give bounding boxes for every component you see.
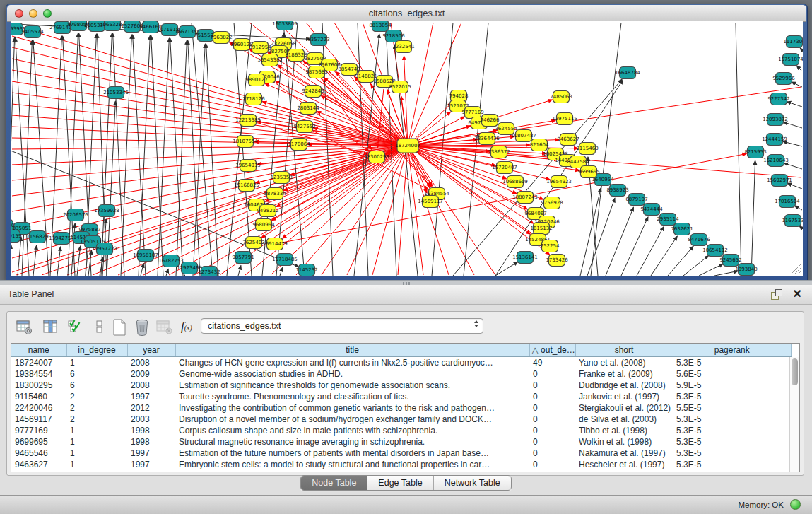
table-cell[interactable]: Yano et al. (2008) [575, 357, 673, 369]
table-cell[interactable]: 0 [529, 368, 575, 380]
table-cell[interactable]: 9699695 [11, 436, 66, 448]
graph-node[interactable]: 7485063 [550, 91, 572, 103]
table-cell[interactable]: Jankovic et al. (1997) [575, 391, 673, 402]
graph-node[interactable]: 9756928 [541, 197, 563, 209]
table-row[interactable]: 977716911998Corpus callosum shape and si… [11, 425, 792, 436]
table-row[interactable]: 1830029562008Estimation of significance … [11, 380, 792, 391]
table-cell[interactable]: 6 [66, 368, 127, 380]
table-row[interactable]: 2242004622012Investigating the contribut… [11, 402, 792, 414]
graph-node[interactable]: 7625402 [242, 237, 264, 249]
graph-node[interactable]: 10688609 [502, 176, 528, 188]
graph-node[interactable]: 1156829 [26, 231, 48, 243]
table-cell[interactable]: 5.3E-5 [673, 357, 792, 369]
table-cell[interactable]: 49 [529, 357, 575, 369]
table-cell[interactable]: Estimation of the future numbers of pati… [175, 448, 529, 459]
table-cell[interactable]: 22420046 [11, 402, 66, 414]
table-cell[interactable]: 1 [66, 425, 127, 436]
table-cell[interactable]: Embryonic stem cells: a model to study s… [175, 459, 529, 470]
table-cell[interactable]: 0 [529, 414, 575, 425]
graph-node[interactable]: 746266 [481, 115, 500, 127]
column-header-pagerank[interactable]: pagerank [673, 344, 792, 357]
new-file-icon[interactable] [110, 318, 129, 337]
select-all-icon[interactable] [66, 318, 85, 337]
table-row[interactable]: 946362711997Embryonic stem cells: a mode… [11, 459, 792, 470]
table-cell[interactable]: 0 [529, 448, 575, 459]
graph-node[interactable]: 1117304 [783, 36, 803, 48]
function-builder-icon[interactable]: f(x) [181, 320, 199, 338]
graph-node[interactable]: 7386372 [488, 146, 510, 158]
table-cell[interactable]: 5.3E-5 [673, 448, 792, 459]
table-cell[interactable]: Nakamura et al. (1997) [575, 448, 673, 459]
table-cell[interactable]: 2012 [127, 402, 175, 414]
delete-table-icon[interactable] [155, 318, 174, 337]
table-cell[interactable]: Wolkin et al. (1998) [575, 436, 673, 448]
close-panel-icon[interactable]: ✕ [793, 287, 802, 300]
graph-node[interactable]: 1232541 [392, 41, 414, 53]
graph-node[interactable]: 252254 [541, 240, 560, 252]
graph-node[interactable]: 1167533 [782, 215, 803, 227]
table-cell[interactable]: 5.5E-5 [673, 402, 792, 414]
graph-node[interactable]: 12093872 [763, 114, 788, 126]
graph-node[interactable]: 16914479 [262, 238, 288, 250]
graph-node[interactable]: 9405574 [21, 26, 44, 38]
table-cell[interactable]: Hescheler et al. (1997) [575, 459, 673, 470]
table-cell[interactable]: Changes of HCN gene expression and I(f) … [175, 357, 529, 369]
graph-node[interactable]: 1273432 [198, 267, 220, 277]
graph-node[interactable]: 8938923 [606, 185, 628, 197]
table-cell[interactable]: Structural magnetic resonance image aver… [175, 436, 529, 448]
table-cell[interactable]: 0 [529, 425, 575, 436]
graph-node[interactable]: 12444159 [762, 134, 787, 146]
graph-node[interactable]: 19654923 [546, 176, 572, 188]
graph-node[interactable]: 9115460 [576, 143, 598, 155]
graph-node[interactable]: 17359928 [94, 205, 119, 217]
table-cell[interactable]: 9777169 [11, 425, 66, 436]
table-cell[interactable]: 0 [529, 436, 575, 448]
table-cell[interactable]: 5.3E-5 [673, 414, 792, 425]
graph-node[interactable]: 9890127 [245, 74, 267, 86]
table-cell[interactable]: Estimation of significance thresholds fo… [175, 380, 529, 391]
table-cell[interactable]: 2 [66, 414, 127, 425]
graph-node[interactable]: 9699695 [577, 166, 599, 178]
graph-node[interactable]: 16210643 [763, 155, 789, 167]
table-cell[interactable]: 5.6E-5 [673, 368, 792, 380]
graph-node[interactable]: 9227342 [767, 93, 789, 105]
table-cell[interactable]: 9465546 [11, 448, 66, 459]
graph-node[interactable]: 939159 [11, 230, 21, 243]
table-scrollbar[interactable] [789, 357, 799, 472]
graph-node[interactable]: 16648784 [615, 67, 640, 79]
graph-node[interactable]: 8471676 [688, 234, 710, 246]
graph-node[interactable]: 8357223 [307, 34, 329, 46]
clear-selection-icon[interactable] [90, 318, 109, 337]
table-row[interactable]: 969969511998Structural magnetic resonanc… [11, 436, 792, 448]
table-cell[interactable]: Investigating the contribution of common… [175, 402, 529, 414]
graph-node[interactable]: 1145232 [295, 264, 317, 276]
table-row[interactable]: 1456911722003Disruption of a novel membe… [11, 414, 792, 425]
network-canvas[interactable]: 1693935940557427691406979805921053341106… [11, 21, 803, 276]
graph-node[interactable]: 1615132 [530, 223, 552, 235]
graph-node[interactable]: 15136141 [512, 252, 538, 264]
column-header-in_degree[interactable]: in_degree [66, 344, 127, 357]
graph-node[interactable]: 9463627 [557, 134, 579, 146]
table-cell[interactable]: de Silva et al. (2003) [575, 414, 673, 425]
table-cell[interactable]: 5.3E-5 [673, 459, 792, 470]
table-cell[interactable]: 18724007 [11, 357, 66, 369]
table-cell[interactable]: Genome-wide association studies in ADHD. [175, 368, 529, 380]
table-cell[interactable]: 9115460 [11, 391, 66, 402]
panel-splitter[interactable] [0, 280, 812, 285]
table-cell[interactable]: Tibbo et al. (1998) [575, 425, 673, 436]
table-row[interactable]: 1872400712008Changes of HCN gene express… [11, 357, 792, 369]
table-cell[interactable]: 18300295 [11, 380, 66, 391]
graph-node[interactable]: 9680994 [252, 219, 275, 231]
table-selector-dropdown[interactable]: citations_edges.txt [201, 318, 483, 334]
window-titlebar[interactable]: citations_edges.txt [7, 5, 806, 22]
graph-node[interactable]: 9474444 [640, 204, 663, 216]
graph-node[interactable]: 9498212 [257, 205, 278, 217]
table-cell[interactable]: 5.9E-5 [673, 380, 792, 391]
graph-node[interactable]: 19654935 [235, 160, 261, 172]
table-cell[interactable]: 1 [66, 448, 127, 459]
graph-node[interactable]: 9529966 [772, 73, 795, 85]
table-row[interactable]: 911546021997Tourette syndrome. Phenomeno… [11, 391, 792, 402]
show-columns-icon[interactable] [42, 318, 60, 337]
graph-node[interactable]: 17016504 [775, 196, 800, 208]
graph-node[interactable]: 1170064 [288, 139, 310, 151]
